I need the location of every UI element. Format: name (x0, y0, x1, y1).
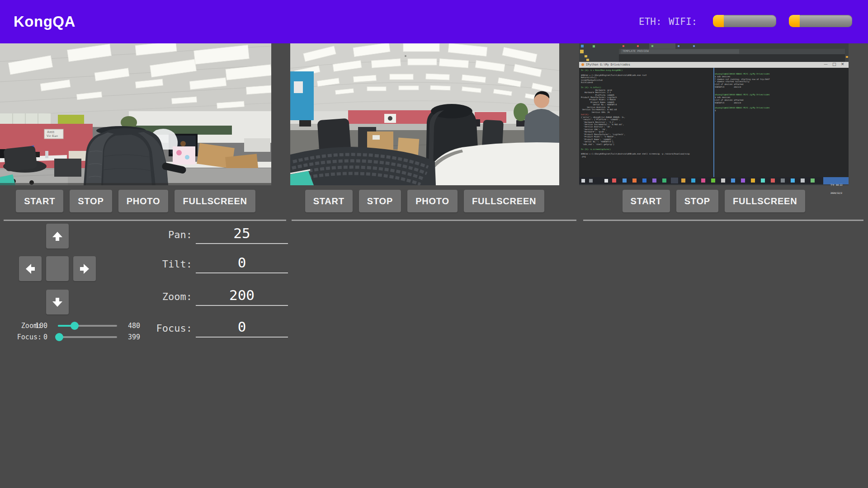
app-root: KongQA ETH: WIFI: (0, 0, 868, 488)
sign-text-bottom: Vic Kao (46, 134, 58, 138)
camera-feed-1: 高雄區 Vic Kao (0, 43, 271, 185)
eth-progress-bar (713, 15, 776, 27)
camera3-start-button[interactable]: START (623, 190, 670, 212)
camera3-divider (583, 220, 863, 221)
app-header: KongQA ETH: WIFI: (0, 0, 868, 43)
tilt-field-row: Tilt: 0 (108, 253, 288, 273)
eth-progress-fill (713, 15, 724, 27)
pan-tilt-right-button[interactable] (73, 256, 96, 281)
pan-tilt-up-button[interactable] (46, 224, 69, 249)
camera-feed-2 (290, 43, 559, 185)
focus-field-label: Focus: (108, 323, 192, 334)
pan-tilt-center-button[interactable] (46, 256, 69, 281)
zoom-input[interactable]: 200 (196, 286, 288, 306)
tilt-field-label: Tilt: (108, 258, 192, 270)
wifi-progress-bar (789, 15, 852, 27)
pan-field-row: Pan: 25 (108, 224, 288, 244)
camera1-photo-button[interactable]: PHOTO (118, 190, 169, 212)
pan-tilt-left-button[interactable] (19, 256, 42, 281)
camera3-scene-illustration (579, 43, 849, 185)
camera1-scene-illustration: 高雄區 Vic Kao (0, 43, 271, 185)
pan-tilt-down-button[interactable] (46, 290, 69, 314)
arrow-left-icon (24, 263, 36, 275)
camera2-scene-illustration (290, 43, 559, 185)
camera1-start-button[interactable]: START (16, 190, 63, 212)
arrow-right-icon (79, 263, 90, 275)
zoom-slider-min: 100 (27, 321, 47, 330)
camera2-fullscreen-button[interactable]: FULLSCREEN (464, 190, 544, 212)
zoom-slider-thumb[interactable] (71, 322, 79, 330)
camera3-button-row: START STOP FULLSCREEN (579, 190, 849, 212)
sign-text-top: 高雄區 (47, 131, 55, 133)
camera-feed-3 (579, 43, 849, 185)
camera3-stop-button[interactable]: STOP (676, 190, 718, 212)
camera2-stop-button[interactable]: STOP (359, 190, 401, 212)
camera1-button-row: START STOP PHOTO FULLSCREEN (0, 190, 271, 212)
camera2-button-row: START STOP PHOTO FULLSCREEN (290, 190, 559, 212)
camera3-fullscreen-button[interactable]: FULLSCREEN (725, 190, 805, 212)
focus-field-row: Focus: 0 (108, 318, 288, 338)
camera2-start-button[interactable]: START (305, 190, 353, 212)
camera1-fullscreen-button[interactable]: FULLSCREEN (175, 190, 255, 212)
zoom-field-row: Zoom: 200 (108, 286, 288, 306)
eth-label: ETH: (639, 0, 662, 43)
wifi-label: WIFI: (669, 0, 697, 43)
pan-field-label: Pan: (108, 229, 192, 240)
camera1-divider (4, 220, 286, 221)
zoom-field-label: Zoom: (108, 291, 192, 302)
arrow-down-icon (52, 296, 63, 308)
camera1-stop-button[interactable]: STOP (70, 190, 112, 212)
app-title: KongQA (14, 0, 75, 43)
camera2-divider (292, 220, 576, 221)
focus-slider-thumb[interactable] (55, 333, 63, 341)
pan-input[interactable]: 25 (196, 224, 288, 244)
tilt-input[interactable]: 0 (196, 253, 288, 273)
wifi-progress-fill (789, 15, 800, 27)
camera2-photo-button[interactable]: PHOTO (407, 190, 458, 212)
focus-slider-min: 0 (27, 333, 47, 342)
focus-input[interactable]: 0 (196, 318, 288, 338)
arrow-up-icon (52, 230, 63, 242)
